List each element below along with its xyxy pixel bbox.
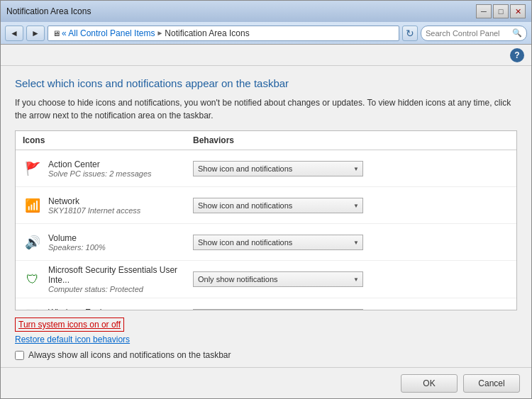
breadcrumb: 🖥 « All Control Panel Items ► Notificati…	[48, 26, 399, 41]
icon-name: Network	[48, 196, 140, 206]
breadcrumb-all-items[interactable]: « All Control Panel Items	[62, 28, 155, 38]
restore-default-link[interactable]: Restore default icon behaviors	[15, 335, 130, 344]
behavior-cell: Show icon and notificationsHide icon and…	[193, 161, 509, 176]
app-icon: 🛡	[23, 269, 43, 289]
icon-info: VolumeSpeakers: 100%	[48, 233, 106, 252]
search-input[interactable]	[426, 29, 509, 38]
app-icon: 💾	[23, 307, 43, 310]
window-controls: ─ □ ✕	[476, 4, 526, 18]
col-header-icons: Icons	[23, 135, 193, 145]
behavior-cell: Show icon and notificationsHide icon and…	[193, 235, 509, 250]
table-row: 🔊VolumeSpeakers: 100%Show icon and notif…	[16, 224, 516, 261]
icon-cell: 🚩Action CenterSolve PC issues: 2 message…	[23, 159, 193, 179]
table-body: 🚩Action CenterSolve PC issues: 2 message…	[16, 150, 516, 310]
behavior-select-wrapper: Show icon and notificationsHide icon and…	[193, 198, 363, 213]
icon-desc: Speakers: 100%	[48, 243, 106, 252]
footer: OK Cancel	[1, 367, 531, 398]
app-icon: 🚩	[23, 159, 43, 179]
back-button[interactable]: ◄	[5, 26, 23, 41]
help-button[interactable]: ?	[510, 48, 524, 62]
icon-cell: 🛡Microsoft Security Essentials User Inte…	[23, 265, 193, 293]
window-title: Notification Area Icons	[6, 6, 476, 16]
ok-button[interactable]: OK	[401, 374, 458, 393]
icon-name: Microsoft Security Essentials User Inte.…	[48, 265, 193, 285]
icons-table: Icons Behaviors 🚩Action CenterSolve PC i…	[15, 130, 517, 310]
behavior-select-wrapper: Show icon and notificationsHide icon and…	[193, 235, 363, 250]
icon-info: Windows ExplorerSafely Remove Hardware a…	[48, 308, 187, 310]
icon-name: Volume	[48, 233, 106, 243]
address-bar: ◄ ► 🖥 « All Control Panel Items ► Notifi…	[1, 22, 531, 45]
forward-button[interactable]: ►	[26, 26, 45, 41]
behavior-cell: Show icon and notificationsHide icon and…	[193, 309, 509, 310]
col-header-behaviors: Behaviors	[193, 135, 509, 145]
icon-name: Action Center	[48, 159, 152, 169]
breadcrumb-icon: 🖥	[52, 29, 60, 38]
table-row: 🛡Microsoft Security Essentials User Inte…	[16, 261, 516, 298]
behavior-select-wrapper: Show icon and notificationsHide icon and…	[193, 309, 363, 310]
content-area: Select which icons and notifications app…	[1, 66, 531, 367]
page-title: Select which icons and notifications app…	[15, 77, 517, 89]
always-show-row: Always show all icons and notifications …	[15, 350, 517, 360]
breadcrumb-separator: ►	[156, 29, 163, 37]
description-text: If you choose to hide icons and notifica…	[15, 96, 517, 122]
table-header: Icons Behaviors	[16, 131, 516, 150]
icon-info: Microsoft Security Essentials User Inte.…	[48, 265, 193, 293]
bottom-links: Turn system icons on or off Restore defa…	[15, 317, 517, 360]
behavior-select-wrapper: Show icon and notificationsHide icon and…	[193, 161, 363, 176]
behavior-cell: Show icon and notificationsHide icon and…	[193, 198, 509, 213]
behavior-cell: Show icon and notificationsHide icon and…	[193, 271, 509, 287]
behavior-dropdown[interactable]: Show icon and notificationsHide icon and…	[193, 235, 363, 250]
table-row: 🚩Action CenterSolve PC issues: 2 message…	[16, 150, 516, 187]
behavior-dropdown[interactable]: Show icon and notificationsHide icon and…	[193, 198, 363, 213]
refresh-button[interactable]: ↻	[402, 26, 418, 41]
icon-desc: Computer status: Protected	[48, 285, 193, 293]
maximize-button[interactable]: □	[493, 4, 509, 18]
main-window: Notification Area Icons ─ □ ✕ ◄ ► 🖥 « Al…	[0, 0, 532, 399]
icon-desc: SKY18107 Internet access	[48, 206, 140, 215]
behavior-dropdown[interactable]: Show icon and notificationsHide icon and…	[193, 271, 363, 287]
search-icon: 🔍	[512, 28, 522, 38]
search-bar[interactable]: 🔍	[421, 26, 527, 41]
icon-info: NetworkSKY18107 Internet access	[48, 196, 140, 215]
icon-desc: Solve PC issues: 2 messages	[48, 169, 152, 178]
close-button[interactable]: ✕	[510, 4, 526, 18]
icon-cell: 📶NetworkSKY18107 Internet access	[23, 196, 193, 215]
icon-cell: 💾Windows ExplorerSafely Remove Hardware …	[23, 307, 193, 310]
behavior-dropdown[interactable]: Show icon and notificationsHide icon and…	[193, 309, 363, 310]
table-row: 📶NetworkSKY18107 Internet accessShow ico…	[16, 187, 516, 224]
minimize-button[interactable]: ─	[476, 4, 492, 18]
icon-cell: 🔊VolumeSpeakers: 100%	[23, 232, 193, 252]
breadcrumb-current: Notification Area Icons	[165, 28, 249, 38]
always-show-checkbox[interactable]	[15, 351, 24, 360]
cancel-button[interactable]: Cancel	[463, 374, 520, 393]
behavior-select-wrapper: Show icon and notificationsHide icon and…	[193, 271, 363, 287]
app-icon: 🔊	[23, 232, 43, 252]
icon-name: Windows Explorer	[48, 308, 187, 310]
help-area: ?	[1, 45, 531, 66]
always-show-label: Always show all icons and notifications …	[28, 350, 231, 360]
title-bar: Notification Area Icons ─ □ ✕	[1, 1, 531, 22]
turn-system-icons-link[interactable]: Turn system icons on or off	[15, 317, 124, 332]
table-row: 💾Windows ExplorerSafely Remove Hardware …	[16, 298, 516, 310]
app-icon: 📶	[23, 196, 43, 215]
behavior-dropdown[interactable]: Show icon and notificationsHide icon and…	[193, 161, 363, 176]
icon-info: Action CenterSolve PC issues: 2 messages	[48, 159, 152, 178]
